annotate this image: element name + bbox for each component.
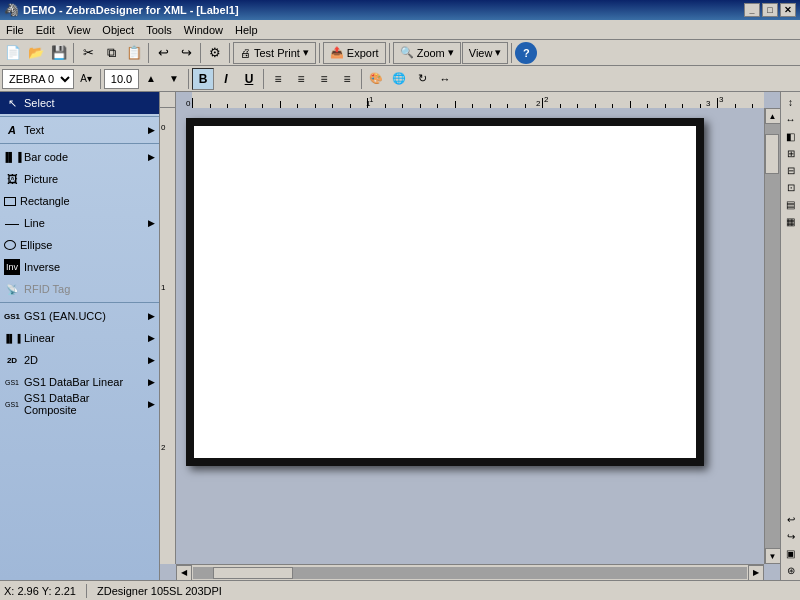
panel-sep-3 (0, 302, 159, 303)
right-btn-8[interactable]: ▦ (783, 213, 799, 229)
canvas-content[interactable] (176, 108, 764, 564)
right-tools-panel: ↕ ↔ ◧ ⊞ ⊟ ⊡ ▤ ▦ ↩ ↪ ▣ ⊛ (780, 92, 800, 580)
format-sep-4 (361, 69, 362, 89)
vertical-scrollbar[interactable]: ▲ ▼ (764, 108, 780, 564)
scroll-thumb-v[interactable] (765, 134, 779, 174)
color2-button[interactable]: 🌐 (388, 68, 410, 90)
toolbar-sep-5 (319, 43, 320, 63)
app-icon: 🦓 (4, 3, 19, 17)
menu-object[interactable]: Object (96, 20, 140, 39)
undo-button[interactable]: ↩ (152, 42, 174, 64)
right-btn-5[interactable]: ⊟ (783, 162, 799, 178)
right-btn-redo[interactable]: ↪ (783, 528, 799, 544)
align-justify-button[interactable]: ≡ (336, 68, 358, 90)
tools-panel: ↖ Select A Text ▶ ▐▌▐ Bar code ▶ 🖼 Pictu… (0, 92, 160, 580)
barcode-icon: ▐▌▐ (4, 149, 20, 165)
settings-button[interactable]: ⚙ (204, 42, 226, 64)
select-icon: ↖ (4, 95, 20, 111)
scroll-up-button[interactable]: ▲ (765, 108, 781, 124)
copy-button[interactable]: ⧉ (100, 42, 122, 64)
align-left-button[interactable]: ≡ (267, 68, 289, 90)
scroll-left-button[interactable]: ◀ (176, 565, 192, 581)
ruler-left (160, 108, 176, 564)
line-arrow: ▶ (148, 218, 155, 228)
maximize-button[interactable]: □ (762, 3, 778, 17)
font-color-button[interactable]: A▾ (75, 68, 97, 90)
status-bar: X: 2.96 Y: 2.21 ZDesigner 105SL 203DPI (0, 580, 800, 600)
menu-view[interactable]: View (61, 20, 97, 39)
right-btn-4[interactable]: ⊞ (783, 145, 799, 161)
menu-file[interactable]: File (0, 20, 30, 39)
flip-button[interactable]: ↔ (434, 68, 456, 90)
sidebar-item-linear[interactable]: ▐▌▐ Linear ▶ (0, 327, 159, 349)
color1-button[interactable]: 🎨 (365, 68, 387, 90)
title-bar-controls[interactable]: _ □ ✕ (744, 3, 796, 17)
right-btn-9[interactable]: ▣ (783, 545, 799, 561)
minimize-button[interactable]: _ (744, 3, 760, 17)
open-button[interactable]: 📂 (25, 42, 47, 64)
right-btn-10[interactable]: ⊛ (783, 562, 799, 578)
ruler-corner (160, 92, 176, 108)
title-bar-left: 🦓 DEMO - ZebraDesigner for XML - [Label1… (4, 3, 239, 17)
underline-button[interactable]: U (238, 68, 260, 90)
sidebar-item-gs1-composite[interactable]: GS1 GS1 DataBar Composite ▶ (0, 393, 159, 415)
font-size-down[interactable]: ▼ (163, 68, 185, 90)
right-btn-2[interactable]: ↔ (783, 111, 799, 127)
menu-edit[interactable]: Edit (30, 20, 61, 39)
align-right-button[interactable]: ≡ (313, 68, 335, 90)
close-button[interactable]: ✕ (780, 3, 796, 17)
line-icon: — (4, 215, 20, 231)
sidebar-item-ellipse[interactable]: Ellipse (0, 234, 159, 256)
right-btn-7[interactable]: ▤ (783, 196, 799, 212)
right-btn-1[interactable]: ↕ (783, 94, 799, 110)
right-btn-undo[interactable]: ↩ (783, 511, 799, 527)
paste-button[interactable]: 📋 (123, 42, 145, 64)
sidebar-item-text[interactable]: A Text ▶ (0, 119, 159, 141)
font-size-input[interactable] (104, 69, 139, 89)
toolbar-sep-2 (148, 43, 149, 63)
sidebar-item-gs1-linear[interactable]: GS1 GS1 DataBar Linear ▶ (0, 371, 159, 393)
sidebar-item-line[interactable]: — Line ▶ (0, 212, 159, 234)
menu-help[interactable]: Help (229, 20, 264, 39)
export-button[interactable]: 📤 Export (323, 42, 386, 64)
sidebar-item-rfid[interactable]: 📡 RFID Tag (0, 278, 159, 300)
right-btn-6[interactable]: ⊡ (783, 179, 799, 195)
sidebar-item-barcode[interactable]: ▐▌▐ Bar code ▶ (0, 146, 159, 168)
gs1-composite-icon: GS1 (4, 396, 20, 412)
sidebar-item-rectangle[interactable]: Rectangle (0, 190, 159, 212)
sidebar-item-select[interactable]: ↖ Select (0, 92, 159, 114)
inverse-icon: Inv (4, 259, 20, 275)
ruler-top-canvas (192, 92, 764, 108)
cut-button[interactable]: ✂ (77, 42, 99, 64)
main-layout: ↖ Select A Text ▶ ▐▌▐ Bar code ▶ 🖼 Pictu… (0, 92, 800, 580)
horizontal-scrollbar[interactable]: ◀ ▶ (176, 564, 764, 580)
sidebar-item-gs1[interactable]: GS1 GS1 (EAN.UCC) ▶ (0, 305, 159, 327)
sidebar-item-picture[interactable]: 🖼 Picture (0, 168, 159, 190)
text-arrow: ▶ (148, 125, 155, 135)
italic-button[interactable]: I (215, 68, 237, 90)
scroll-thumb-h[interactable] (213, 567, 293, 579)
toolbar-sep-7 (511, 43, 512, 63)
menu-tools[interactable]: Tools (140, 20, 178, 39)
bold-button[interactable]: B (192, 68, 214, 90)
help-button[interactable]: ? (515, 42, 537, 64)
menu-bar: File Edit View Object Tools Window Help (0, 20, 800, 40)
view-button[interactable]: View ▾ (462, 42, 509, 64)
right-btn-3[interactable]: ◧ (783, 128, 799, 144)
sidebar-item-2d[interactable]: 2D 2D ▶ (0, 349, 159, 371)
label-paper[interactable] (186, 118, 704, 466)
rotate-button[interactable]: ↻ (411, 68, 433, 90)
scroll-right-button[interactable]: ▶ (748, 565, 764, 581)
align-center-button[interactable]: ≡ (290, 68, 312, 90)
redo-button[interactable]: ↪ (175, 42, 197, 64)
save-button[interactable]: 💾 (48, 42, 70, 64)
new-button[interactable]: 📄 (2, 42, 24, 64)
font-size-up[interactable]: ▲ (140, 68, 162, 90)
zoom-button[interactable]: 🔍 Zoom ▾ (393, 42, 461, 64)
scroll-down-button[interactable]: ▼ (765, 548, 781, 564)
font-select[interactable]: ZEBRA 0 (2, 69, 74, 89)
test-print-button[interactable]: 🖨 Test Print ▾ (233, 42, 316, 64)
sidebar-item-inverse[interactable]: Inv Inverse (0, 256, 159, 278)
menu-window[interactable]: Window (178, 20, 229, 39)
main-toolbar: 📄 📂 💾 ✂ ⧉ 📋 ↩ ↪ ⚙ 🖨 Test Print ▾ 📤 Expor… (0, 40, 800, 66)
